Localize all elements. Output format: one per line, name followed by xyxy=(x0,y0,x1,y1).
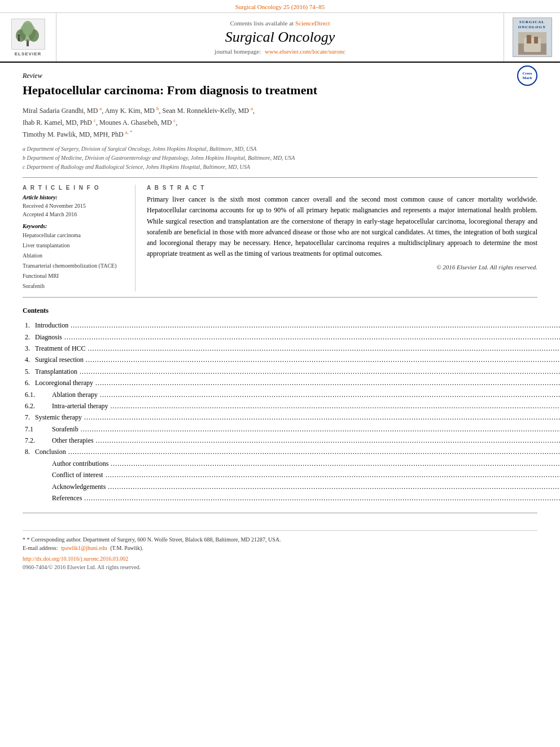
contents-dots-13: ........................................… xyxy=(106,469,560,480)
contents-num-10: 7.2. xyxy=(23,435,35,446)
contents-dots-5: ........................................… xyxy=(95,377,560,388)
contents-entry-label-10: Other therapies xyxy=(52,435,94,446)
journal-homepage-line: journal homepage: www.elsevier.com/locat… xyxy=(215,48,345,55)
contents-dots-4: ........................................… xyxy=(80,366,560,377)
doi-link[interactable]: http://dx.doi.org/10.1016/j.suronc.2016.… xyxy=(23,556,128,562)
journal-logo-right-section: Surgical Oncology xyxy=(504,13,560,62)
journal-header: ELSEVIER Contents lists available at Sci… xyxy=(0,13,560,63)
svg-rect-11 xyxy=(534,37,538,43)
received-date: Received 4 November 2015 xyxy=(23,202,126,210)
affiliation-a: a Department of Surgery, Division of Sur… xyxy=(23,145,537,154)
contents-label-14: Acknowledgements .......................… xyxy=(35,481,560,492)
corresponding-author-note: * * Corresponding author. Department of … xyxy=(23,536,537,543)
contents-num-8: 7. xyxy=(23,412,35,423)
top-bar: Surgical Oncology 25 (2016) 74–85 xyxy=(0,0,560,13)
keyword-5: Functional MRI xyxy=(23,271,126,281)
science-direct-link[interactable]: ScienceDirect xyxy=(295,20,330,27)
contents-row-13: Conflict of interest ...................… xyxy=(23,469,560,480)
contents-entry-label-2: Treatment of HCC xyxy=(35,343,86,354)
doi-line: http://dx.doi.org/10.1016/j.suronc.2016.… xyxy=(23,556,537,562)
journal-citation: Surgical Oncology 25 (2016) 74–85 xyxy=(235,3,325,10)
contents-dots-11: ........................................… xyxy=(68,446,560,457)
contents-label-5: Locoregional therapy ...................… xyxy=(35,377,560,388)
main-content: Review CrossMark Hepatocellular carcinom… xyxy=(0,63,560,582)
journal-header-center: Contents lists available at ScienceDirec… xyxy=(56,13,504,62)
contents-num-3: 4. xyxy=(23,354,35,365)
contents-dots-1: ........................................… xyxy=(64,331,560,343)
article-info-label: A R T I C L E I N F O xyxy=(23,185,126,191)
authors: Miral Sadaria Grandhi, MD a, Amy K. Kim,… xyxy=(23,104,537,141)
tree-svg-icon xyxy=(12,20,43,48)
contents-entry-label-12: Author contributions xyxy=(52,458,108,469)
accepted-date: Accepted 4 March 2016 xyxy=(23,210,126,219)
elsevier-logo: ELSEVIER xyxy=(11,19,45,56)
contents-dots-15: ........................................… xyxy=(84,492,560,504)
journal-logo-image xyxy=(518,32,546,55)
article-info-column: A R T I C L E I N F O Article history: R… xyxy=(23,185,135,291)
crossmark-badge: CrossMark xyxy=(517,65,537,86)
abstract-column: A B S T R A C T Primary liver cancer is … xyxy=(147,185,537,291)
logo-line1: Surgical xyxy=(518,20,546,25)
contents-num-0: 1. xyxy=(23,320,35,331)
logo-line2: Oncology xyxy=(518,25,546,30)
contents-dots-12: ........................................… xyxy=(111,458,560,469)
contents-num-4: 5. xyxy=(23,366,35,377)
author-mounes: Mounes A. Ghasebeh, MD c xyxy=(99,119,176,126)
contents-row-1: 2.Diagnosis ............................… xyxy=(23,331,560,343)
contents-row-6: 6.1.Ablation therapy ...................… xyxy=(23,389,560,400)
keyword-1: Hepatocellular carcinoma xyxy=(23,230,126,241)
elsevier-logo-section: ELSEVIER xyxy=(0,13,56,62)
contents-entry-label-11: Conclusion xyxy=(35,446,66,457)
svg-rect-9 xyxy=(524,38,541,52)
affiliation-b: b Department of Medicine, Division of Ga… xyxy=(23,154,537,163)
contents-num-7: 6.2. xyxy=(23,400,35,412)
contents-entry-label-5: Locoregional therapy xyxy=(35,377,93,388)
keyword-6: Sorafenib xyxy=(23,281,126,291)
contents-num-5: 6. xyxy=(23,377,35,388)
contents-num-6: 6.1. xyxy=(23,389,35,400)
contents-row-3: 4.Surgical resection ...................… xyxy=(23,354,560,365)
contents-label-10: Other therapies ........................… xyxy=(35,435,560,446)
svg-point-4 xyxy=(22,21,33,36)
contents-entry-label-4: Transplantation xyxy=(35,366,77,377)
contents-label-4: Transplantation ........................… xyxy=(35,366,560,377)
journal-homepage-link[interactable]: www.elsevier.com/locate/suronc xyxy=(265,48,345,55)
contents-table: 1.Introduction .........................… xyxy=(23,320,560,504)
footer-section: * * Corresponding author. Department of … xyxy=(23,530,537,570)
history-text: Received 4 November 2015 Accepted 4 Marc… xyxy=(23,202,126,219)
keyword-4: Transarterial chemoembolization (TACE) xyxy=(23,261,126,271)
contents-row-12: Author contributions ...................… xyxy=(23,458,560,469)
keywords-list: Hepatocellular carcinoma Liver transplan… xyxy=(23,230,126,291)
contents-label-8: Systemic therapy .......................… xyxy=(35,412,560,423)
contents-entry-label-8: Systemic therapy xyxy=(35,412,82,423)
author-ihab: Ihab R. Kamel, MD, PhD c xyxy=(23,119,96,126)
contents-label-15: References .............................… xyxy=(35,492,560,504)
contents-label-12: Author contributions ...................… xyxy=(35,458,560,469)
author-amy: Amy K. Kim, MD b xyxy=(105,107,159,115)
contents-dots-14: ........................................… xyxy=(108,481,560,492)
contents-dots-2: ........................................… xyxy=(88,343,560,354)
contents-label-11: Conclusion .............................… xyxy=(35,446,560,457)
abstract-label: A B S T R A C T xyxy=(147,185,537,191)
contents-entry-label-6: Ablation therapy xyxy=(52,389,98,400)
contents-num-12 xyxy=(23,458,35,469)
article-type: Review xyxy=(23,72,537,80)
affiliation-c: c Department of Radiology and Radiologic… xyxy=(23,163,537,172)
elsevier-tree-logo xyxy=(11,19,45,50)
contents-row-14: Acknowledgements .......................… xyxy=(23,481,560,492)
crossmark-text: CrossMark xyxy=(522,71,532,81)
email-line: E-mail address: tpawlik1@jhuni.edu (T.M.… xyxy=(23,545,537,551)
author-timothy: Timothy M. Pawlik, MD, MPH, PhD a, * xyxy=(23,130,133,138)
contents-num-15 xyxy=(23,492,35,504)
contents-row-15: References .............................… xyxy=(23,492,560,504)
issn-line: 0960-7404/© 2016 Elsevier Ltd. All right… xyxy=(23,564,537,570)
email-link[interactable]: tpawlik1@jhuni.edu xyxy=(61,545,107,551)
contents-row-10: 7.2.Other therapies ....................… xyxy=(23,435,560,446)
contents-row-8: 7.Systemic therapy .....................… xyxy=(23,412,560,423)
contents-row-11: 8.Conclusion ...........................… xyxy=(23,446,560,457)
keyword-2: Liver transplantation xyxy=(23,241,126,251)
header-divider xyxy=(23,177,537,178)
journal-logo-right: Surgical Oncology xyxy=(513,18,552,57)
contents-entry-label-9: Sorafenib xyxy=(52,423,78,435)
contents-dots-0: ........................................… xyxy=(71,320,560,331)
